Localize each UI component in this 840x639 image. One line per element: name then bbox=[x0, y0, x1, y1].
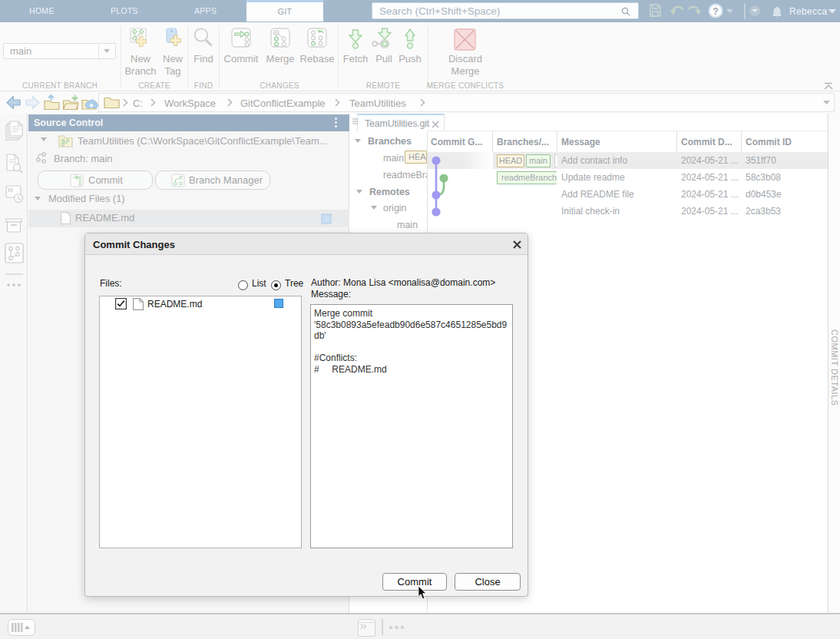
svg-text:?: ? bbox=[713, 6, 718, 17]
